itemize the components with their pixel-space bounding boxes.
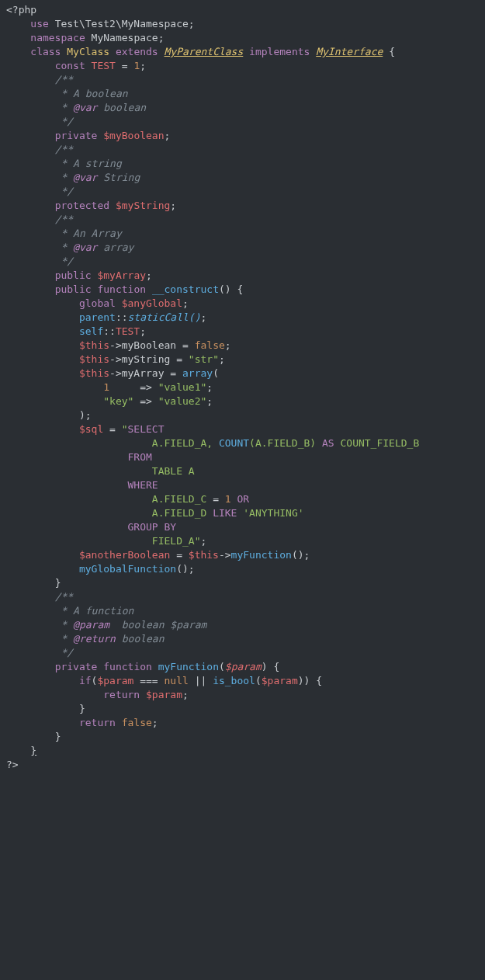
code-line: }	[6, 576, 479, 590]
code-token	[6, 619, 55, 631]
code-token	[152, 381, 158, 393]
code-token: */	[55, 255, 73, 267]
code-line: return $param;	[6, 688, 479, 702]
code-line: }	[6, 744, 479, 758]
code-token	[116, 717, 122, 728]
code-token: myFunction	[158, 661, 219, 672]
code-line: if($param === null || is_bool($param)) {	[6, 674, 479, 688]
code-token: public	[55, 269, 92, 281]
code-token: =	[170, 367, 176, 379]
code-token	[116, 297, 122, 309]
code-token: */	[55, 186, 73, 197]
code-token	[6, 60, 55, 71]
code-token: ();	[176, 563, 194, 575]
code-token	[6, 731, 55, 742]
php-code: <?php use Test\Test2\MyNamespace; namesp…	[6, 3, 479, 772]
code-token: myArray	[122, 367, 165, 379]
code-line: $this->myString = "str";	[6, 353, 479, 367]
code-line: private function myFunction($param) {	[6, 660, 479, 674]
code-line: * A function	[6, 604, 479, 618]
code-token: array	[182, 367, 213, 379]
code-line: * @param boolean $param	[6, 618, 479, 632]
code-token	[182, 549, 189, 561]
code-token: $param	[146, 689, 182, 700]
code-token: $sql	[79, 423, 103, 435]
code-token: boolean	[116, 633, 165, 645]
code-line: namespace MyNamespace;	[6, 31, 479, 45]
code-token: =	[109, 423, 116, 435]
code-line: <?php	[6, 3, 479, 17]
code-token: boolean	[97, 102, 146, 113]
code-token	[6, 353, 79, 365]
code-token	[6, 423, 79, 435]
code-line: * @return boolean	[6, 632, 479, 646]
code-token: ::	[116, 311, 128, 323]
code-token: Test\Test2\MyNamespace	[55, 18, 189, 30]
code-token	[109, 381, 140, 393]
code-line: * @var String	[6, 171, 479, 185]
code-token: ;	[140, 325, 146, 337]
code-token: MyNamespace	[92, 32, 158, 43]
code-token	[158, 46, 165, 57]
code-token: @var	[73, 242, 97, 253]
code-token	[189, 339, 195, 351]
code-token	[6, 437, 152, 449]
code-token: "key"	[103, 395, 133, 407]
code-token: {	[389, 46, 395, 57]
code-token	[6, 311, 79, 323]
code-token: $this	[79, 367, 109, 379]
code-line: $sql = "SELECT	[6, 422, 479, 436]
code-token: ;	[182, 689, 189, 700]
code-token: @return	[73, 633, 116, 645]
code-token	[6, 577, 55, 589]
code-line: const TEST = 1;	[6, 59, 479, 73]
code-line: }	[6, 702, 479, 716]
code-line: myGlobalFunction();	[6, 562, 479, 576]
code-token: GROUP BY	[128, 521, 177, 533]
code-token: $param	[262, 675, 298, 686]
code-token	[383, 46, 389, 57]
code-line: ?>	[6, 758, 479, 772]
code-token: {	[316, 675, 322, 686]
code-token: ::	[103, 325, 116, 337]
code-token: =	[176, 353, 182, 365]
code-token	[6, 591, 55, 603]
code-token: ()	[219, 283, 231, 295]
code-token: ;	[182, 297, 189, 309]
code-token: /**	[55, 74, 73, 85]
code-line: * A boolean	[6, 87, 479, 101]
code-line: /**	[6, 143, 479, 157]
code-token	[6, 283, 55, 295]
code-line: class MyClass extends MyParentClass impl…	[6, 45, 479, 59]
code-token: global	[79, 297, 116, 309]
code-token	[116, 423, 122, 435]
code-line: use Test\Test2\MyNamespace;	[6, 17, 479, 31]
code-token	[158, 675, 165, 686]
code-token: A.FIELD_A,	[152, 437, 219, 449]
code-block: <?php use Test\Test2\MyNamespace; namesp…	[0, 0, 485, 775]
code-token	[6, 493, 152, 505]
code-token: 1	[103, 381, 109, 393]
code-token: ;	[170, 200, 176, 211]
code-token: ;	[206, 381, 213, 393]
code-token: function	[97, 283, 146, 295]
code-token: return	[103, 689, 140, 700]
code-token: myBoolean	[122, 339, 176, 351]
code-token: staticCall()	[128, 311, 201, 323]
code-token: * A string	[55, 158, 122, 169]
code-token: =	[122, 60, 128, 71]
code-line: /**	[6, 73, 479, 87]
code-token: ;	[158, 32, 165, 43]
code-token: const	[55, 60, 85, 71]
code-line: }	[6, 730, 479, 744]
code-token: if	[79, 675, 92, 686]
code-token	[6, 661, 55, 672]
code-token	[176, 367, 182, 379]
code-token	[6, 297, 79, 309]
code-token: ->	[109, 367, 122, 379]
code-token: $param	[225, 661, 262, 672]
code-token	[6, 269, 55, 281]
code-token: * A function	[55, 605, 134, 617]
code-token: private	[55, 130, 98, 141]
code-token	[6, 479, 128, 491]
